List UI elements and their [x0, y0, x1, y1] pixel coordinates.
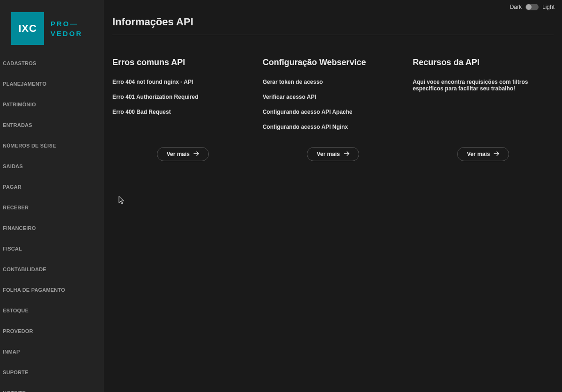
card-recursos-da-api: Recursos da API Aqui voce encontra requi… [413, 58, 554, 161]
sidebar-item-planejamento[interactable]: PLANEJAMENTO [3, 77, 102, 91]
card-links: Gerar token de acesso Verificar acesso A… [263, 79, 404, 139]
card-link[interactable]: Verificar acesso API [263, 94, 404, 100]
see-more-label: Ver mais [467, 151, 490, 157]
card-links: Erro 404 not found nginx - API Erro 401 … [112, 79, 253, 139]
see-more-label: Ver mais [167, 151, 190, 157]
sidebar-item-hotsite[interactable]: HOTSITE [3, 386, 102, 392]
logo-box: IXC [11, 12, 44, 45]
sidebar-item-folha-de-pagamento[interactable]: FOLHA DE PAGAMENTO [3, 283, 102, 297]
button-row: Ver mais [413, 147, 554, 161]
card-link[interactable]: Erro 400 Bad Request [112, 109, 253, 115]
logo[interactable]: IXC PRO— VEDOR [0, 0, 104, 56]
page-title: Informações API [112, 16, 554, 35]
card-links: Aqui voce encontra requisições com filtr… [413, 79, 554, 139]
card-erros-comuns-api: Erros comuns API Erro 404 not found ngin… [112, 58, 253, 161]
sidebar-item-entradas[interactable]: ENTRADAS [3, 118, 102, 132]
see-more-button[interactable]: Ver mais [307, 147, 359, 161]
card-link[interactable]: Erro 404 not found nginx - API [112, 79, 253, 85]
arrow-right-icon [193, 151, 199, 157]
logo-line2: VEDOR [51, 29, 82, 38]
card-title: Recursos da API [413, 58, 554, 67]
main: Informações API Erros comuns API Erro 40… [104, 0, 562, 392]
sidebar: IXC PRO— VEDOR CADASTROS PLANEJAMENTO PA… [0, 0, 104, 392]
sidebar-item-patrimonio[interactable]: PATRIMÔNIO [3, 97, 102, 111]
sidebar-item-cadastros[interactable]: CADASTROS [3, 56, 102, 70]
sidebar-item-receber[interactable]: RECEBER [3, 200, 102, 214]
nav[interactable]: CADASTROS PLANEJAMENTO PATRIMÔNIO ENTRAD… [0, 56, 104, 392]
see-more-button[interactable]: Ver mais [157, 147, 209, 161]
sidebar-item-fiscal[interactable]: FISCAL [3, 242, 102, 256]
sidebar-item-numeros-de-serie[interactable]: NÚMEROS DE SÉRIE [3, 139, 102, 153]
sidebar-item-saidas[interactable]: SAIDAS [3, 159, 102, 173]
see-more-button[interactable]: Ver mais [457, 147, 509, 161]
card-link[interactable]: Gerar token de acesso [263, 79, 404, 85]
card-description: Aqui voce encontra requisições com filtr… [413, 79, 554, 92]
logo-box-text: IXC [18, 22, 37, 35]
sidebar-item-suporte[interactable]: SUPORTE [3, 365, 102, 379]
sidebar-item-estoque[interactable]: ESTOQUE [3, 303, 102, 318]
arrow-right-icon [494, 151, 499, 157]
card-title: Erros comuns API [112, 58, 253, 67]
see-more-label: Ver mais [317, 151, 340, 157]
logo-line1: PRO— [51, 19, 82, 29]
button-row: Ver mais [112, 147, 253, 161]
logo-text: PRO— VEDOR [51, 19, 82, 38]
card-link[interactable]: Configurando acesso API Apache [263, 109, 404, 115]
card-title: Configuração Webservice [263, 58, 404, 67]
sidebar-item-pagar[interactable]: PAGAR [3, 180, 102, 194]
sidebar-item-inmap[interactable]: INMAP [3, 345, 102, 359]
card-link[interactable]: Erro 401 Authorization Required [112, 94, 253, 100]
sidebar-item-financeiro[interactable]: FINANCEIRO [3, 221, 102, 235]
button-row: Ver mais [263, 147, 404, 161]
sidebar-item-provedor[interactable]: PROVEDOR [3, 324, 102, 338]
arrow-right-icon [344, 151, 349, 157]
sidebar-item-contabilidade[interactable]: CONTABILIDADE [3, 262, 102, 276]
card-link[interactable]: Configurando acesso API Nginx [263, 124, 404, 130]
cards: Erros comuns API Erro 404 not found ngin… [112, 58, 554, 161]
card-configuracao-webservice: Configuração Webservice Gerar token de a… [263, 58, 404, 161]
